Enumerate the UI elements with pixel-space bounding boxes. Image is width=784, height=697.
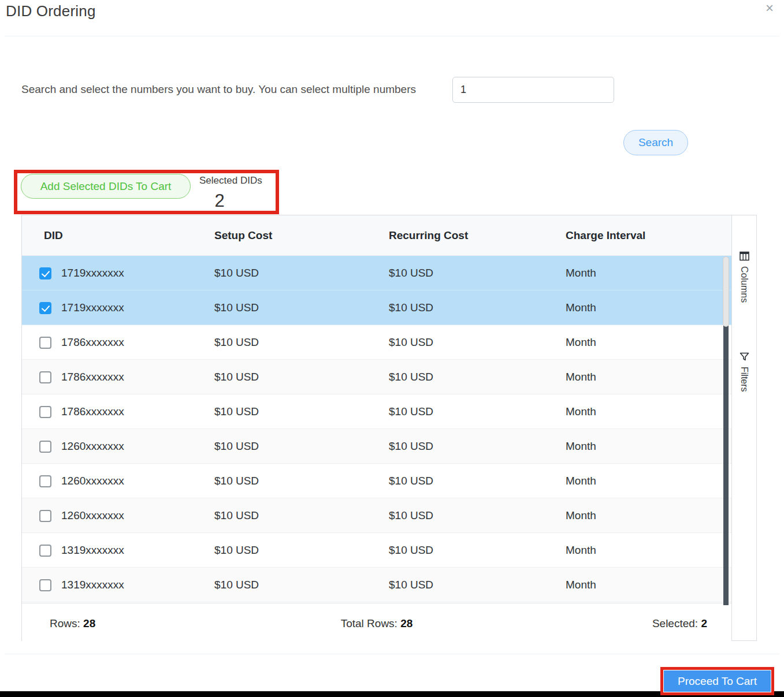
cell-charge-interval: Month bbox=[566, 360, 596, 394]
cell-setup-cost: $10 USD bbox=[214, 256, 259, 290]
cell-recurring-cost: $10 USD bbox=[389, 256, 433, 290]
filters-icon bbox=[740, 352, 749, 361]
table-side-panel: Columns Filters bbox=[731, 215, 756, 640]
cell-recurring-cost: $10 USD bbox=[389, 360, 433, 394]
highlight-box-proceed: Proceed To Cart bbox=[660, 667, 774, 695]
scrollbar-thumb[interactable] bbox=[723, 256, 729, 327]
filters-panel-button[interactable]: Filters bbox=[732, 352, 756, 392]
cell-did: 1260xxxxxxx bbox=[61, 429, 124, 464]
table-header: DID Setup Cost Recurring Cost Charge Int… bbox=[22, 215, 731, 256]
cell-did: 1719xxxxxxx bbox=[61, 256, 124, 290]
cell-did: 1319xxxxxxx bbox=[61, 568, 124, 602]
cell-recurring-cost: $10 USD bbox=[389, 290, 433, 325]
cell-recurring-cost: $10 USD bbox=[389, 429, 433, 464]
table-row[interactable]: 1319xxxxxxx $10 USD $10 USD Month bbox=[22, 568, 731, 602]
table-row[interactable]: 1786xxxxxxx $10 USD $10 USD Month bbox=[22, 325, 731, 360]
cell-did: 1719xxxxxxx bbox=[61, 290, 124, 325]
cell-setup-cost: $10 USD bbox=[214, 533, 259, 568]
table-row[interactable]: 1719xxxxxxx $10 USD $10 USD Month bbox=[22, 290, 731, 325]
row-checkbox[interactable] bbox=[39, 302, 51, 314]
cell-did: 1786xxxxxxx bbox=[61, 325, 124, 360]
cell-charge-interval: Month bbox=[566, 290, 596, 325]
cell-setup-cost: $10 USD bbox=[214, 394, 259, 429]
cell-did: 1786xxxxxxx bbox=[61, 394, 124, 429]
cell-setup-cost: $10 USD bbox=[214, 360, 259, 394]
search-instruction: Search and select the numbers you want t… bbox=[21, 83, 416, 96]
proceed-to-cart-button[interactable]: Proceed To Cart bbox=[664, 670, 771, 692]
columns-panel-button[interactable]: Columns bbox=[732, 251, 756, 303]
cell-recurring-cost: $10 USD bbox=[389, 533, 433, 568]
close-icon[interactable]: × bbox=[766, 0, 774, 16]
cell-did: 1260xxxxxxx bbox=[61, 498, 124, 533]
cell-did: 1786xxxxxxx bbox=[61, 360, 124, 394]
row-checkbox[interactable] bbox=[39, 267, 51, 279]
cell-charge-interval: Month bbox=[566, 568, 596, 602]
table-row[interactable]: 1260xxxxxxx $10 USD $10 USD Month bbox=[22, 498, 731, 533]
row-checkbox[interactable] bbox=[39, 510, 51, 522]
add-selected-dids-button[interactable]: Add Selected DIDs To Cart bbox=[21, 174, 191, 199]
cell-setup-cost: $10 USD bbox=[214, 325, 259, 360]
row-checkbox[interactable] bbox=[39, 475, 51, 487]
table-row[interactable]: 1319xxxxxxx $10 USD $10 USD Month bbox=[22, 533, 731, 568]
cell-charge-interval: Month bbox=[566, 498, 596, 533]
did-table: DID Setup Cost Recurring Cost Charge Int… bbox=[21, 215, 757, 641]
quantity-input[interactable] bbox=[452, 77, 614, 103]
cell-charge-interval: Month bbox=[566, 429, 596, 464]
table-row[interactable]: 1786xxxxxxx $10 USD $10 USD Month bbox=[22, 360, 731, 394]
table-row[interactable]: 1719xxxxxxx $10 USD $10 USD Month bbox=[22, 256, 731, 290]
columns-label: Columns bbox=[739, 266, 749, 303]
table-row[interactable]: 1786xxxxxxx $10 USD $10 USD Month bbox=[22, 394, 731, 429]
table-body: 1719xxxxxxx $10 USD $10 USD Month 1719xx… bbox=[22, 256, 731, 602]
row-checkbox[interactable] bbox=[39, 579, 51, 591]
filters-label: Filters bbox=[739, 367, 749, 392]
cell-recurring-cost: $10 USD bbox=[389, 498, 433, 533]
row-checkbox[interactable] bbox=[39, 406, 51, 418]
row-checkbox[interactable] bbox=[39, 371, 51, 383]
cell-recurring-cost: $10 USD bbox=[389, 464, 433, 498]
scrollbar-track bbox=[723, 326, 729, 605]
row-checkbox[interactable] bbox=[39, 337, 51, 349]
total-rows-count: Total Rows: 28 bbox=[22, 617, 731, 630]
table-footer: Rows: 28 Total Rows: 28 Selected: 2 bbox=[22, 603, 731, 641]
page-title: DID Ordering bbox=[6, 2, 96, 20]
column-header-charge-interval: Charge Interval bbox=[566, 215, 645, 256]
cell-charge-interval: Month bbox=[566, 256, 596, 290]
columns-icon bbox=[740, 251, 749, 261]
column-header-setup-cost: Setup Cost bbox=[214, 215, 272, 256]
cell-setup-cost: $10 USD bbox=[214, 429, 259, 464]
cell-charge-interval: Month bbox=[566, 394, 596, 429]
row-checkbox[interactable] bbox=[39, 545, 51, 557]
cell-setup-cost: $10 USD bbox=[214, 290, 259, 325]
column-header-did: DID bbox=[44, 215, 63, 256]
table-row[interactable]: 1260xxxxxxx $10 USD $10 USD Month bbox=[22, 464, 731, 498]
cell-setup-cost: $10 USD bbox=[214, 464, 259, 498]
cell-setup-cost: $10 USD bbox=[214, 568, 259, 602]
header-divider bbox=[5, 36, 779, 36]
bottom-divider bbox=[5, 654, 779, 654]
selected-dids-label: Selected DIDs bbox=[199, 175, 262, 187]
cell-charge-interval: Month bbox=[566, 464, 596, 498]
cell-charge-interval: Month bbox=[566, 325, 596, 360]
cell-did: 1319xxxxxxx bbox=[61, 533, 124, 568]
cell-recurring-cost: $10 USD bbox=[389, 394, 433, 429]
row-checkbox[interactable] bbox=[39, 441, 51, 453]
cell-charge-interval: Month bbox=[566, 533, 596, 568]
cell-recurring-cost: $10 USD bbox=[389, 325, 433, 360]
cell-did: 1260xxxxxxx bbox=[61, 464, 124, 498]
cell-setup-cost: $10 USD bbox=[214, 498, 259, 533]
column-header-recurring-cost: Recurring Cost bbox=[389, 215, 468, 256]
cell-recurring-cost: $10 USD bbox=[389, 568, 433, 602]
vertical-scrollbar[interactable] bbox=[723, 256, 729, 605]
selected-count: Selected: 2 bbox=[652, 617, 707, 630]
table-row[interactable]: 1260xxxxxxx $10 USD $10 USD Month bbox=[22, 429, 731, 464]
search-button[interactable]: Search bbox=[623, 130, 688, 155]
selected-dids-count: 2 bbox=[196, 191, 243, 211]
